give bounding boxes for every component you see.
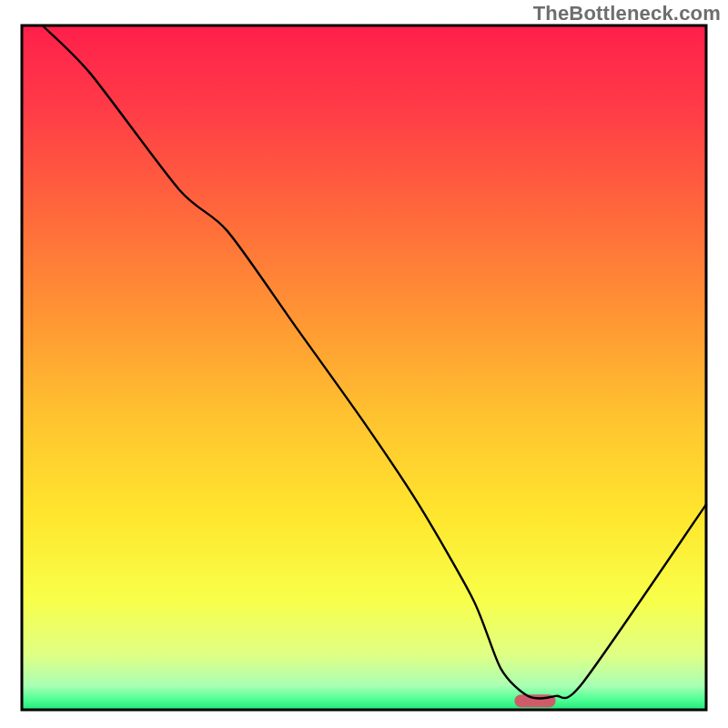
bottleneck-chart: TheBottleneck.com (0, 0, 728, 728)
chart-canvas (0, 0, 728, 728)
heat-gradient-background (22, 25, 706, 710)
watermark-text: TheBottleneck.com (533, 2, 721, 25)
plot-area (22, 25, 706, 710)
